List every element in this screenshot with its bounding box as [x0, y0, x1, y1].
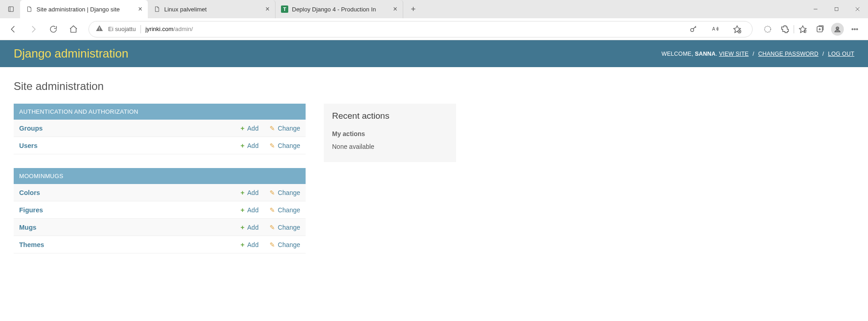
change-link[interactable]: ✎Change [270, 189, 300, 196]
model-row: Figures+Add✎Change [14, 201, 306, 219]
tab-close-icon[interactable]: × [265, 5, 270, 13]
view-site-link[interactable]: VIEW SITE [719, 51, 748, 57]
add-link[interactable]: +Add [240, 124, 259, 132]
add-link[interactable]: +Add [240, 223, 259, 231]
no-actions-text: None available [332, 143, 448, 150]
user-links: WELCOME, SANNA. VIEW SITE / CHANGE PASSW… [661, 51, 854, 57]
extensions-icon[interactable] [776, 21, 794, 38]
profile-avatar[interactable] [829, 21, 846, 38]
plus-icon: + [240, 142, 244, 149]
recent-actions-panel: Recent actions My actions None available [324, 104, 456, 162]
change-label: Change [278, 206, 300, 214]
tab-title: Linux palvelimet [164, 6, 262, 13]
plus-icon: + [240, 223, 244, 231]
add-label: Add [247, 142, 259, 149]
model-link[interactable]: Themes [19, 241, 44, 248]
change-link[interactable]: ✎Change [270, 206, 300, 214]
logout-link[interactable]: LOG OUT [828, 51, 854, 57]
nav-refresh[interactable] [45, 21, 62, 38]
model-row: Users+Add✎Change [14, 137, 306, 154]
collections-icon[interactable] [811, 21, 829, 38]
add-link[interactable]: +Add [240, 142, 259, 149]
window-maximize[interactable] [826, 0, 847, 18]
svg-point-23 [854, 28, 856, 30]
saved-passwords-icon[interactable] [685, 21, 702, 38]
pencil-icon: ✎ [270, 125, 275, 132]
favorites-icon[interactable] [728, 21, 746, 38]
nav-forward [25, 21, 42, 38]
my-actions-heading: My actions [332, 130, 448, 137]
add-label: Add [247, 241, 259, 248]
model-link[interactable]: Figures [19, 206, 43, 214]
new-tab-button[interactable]: + [406, 2, 421, 16]
change-link[interactable]: ✎Change [270, 241, 300, 248]
more-menu-icon[interactable] [846, 21, 863, 38]
url-text: jyrinki.com/admin/ [146, 26, 680, 32]
browser-tab[interactable]: Linux palvelimet× [148, 0, 275, 18]
address-bar[interactable]: Ei suojattu jyrinki.com/admin/ A [88, 21, 753, 37]
model-row: Groups+Add✎Change [14, 120, 306, 137]
svg-rect-6 [99, 27, 100, 30]
svg-point-22 [852, 28, 853, 30]
change-link[interactable]: ✎Change [270, 223, 300, 231]
tab-actions-btn[interactable] [2, 0, 20, 18]
favicon-icon: T [281, 5, 288, 13]
model-row: Themes+Add✎Change [14, 236, 306, 253]
svg-text:A: A [712, 26, 715, 32]
favorites-menu-icon[interactable] [794, 21, 811, 38]
change-label: Change [278, 224, 300, 231]
add-link[interactable]: +Add [240, 189, 259, 196]
change-label: Change [278, 241, 300, 248]
module-caption[interactable]: MOOMINMUGS [14, 168, 306, 184]
pencil-icon: ✎ [270, 241, 275, 248]
model-link[interactable]: Mugs [19, 224, 36, 231]
change-label: Change [278, 142, 300, 149]
favicon-icon [153, 5, 161, 13]
window-close[interactable] [847, 0, 868, 18]
toolbar: Ei suojattu jyrinki.com/admin/ A [0, 18, 868, 40]
read-aloud-icon[interactable]: A [707, 21, 724, 38]
separator [140, 25, 141, 33]
pencil-icon: ✎ [270, 224, 275, 231]
change-link[interactable]: ✎Change [270, 124, 300, 132]
tab-close-icon[interactable]: × [138, 5, 142, 13]
add-label: Add [247, 206, 259, 214]
svg-point-14 [764, 26, 770, 32]
tab-close-icon[interactable]: × [393, 5, 397, 13]
change-label: Change [278, 125, 300, 132]
tab-title: Site administration | Django site [36, 6, 135, 13]
security-warning-icon [95, 24, 104, 34]
browser-chrome: Site administration | Django site×Linux … [0, 0, 868, 40]
window-minimize[interactable] [805, 0, 826, 18]
tab-bar: Site administration | Django site×Linux … [0, 0, 868, 18]
module-caption[interactable]: AUTHENTICATION AND AUTHORIZATION [14, 104, 306, 120]
change-link[interactable]: ✎Change [270, 142, 300, 149]
brand-link[interactable]: Django administration [14, 47, 128, 61]
svg-rect-7 [99, 30, 100, 31]
add-link[interactable]: +Add [240, 206, 259, 214]
admin-module: MOOMINMUGSColors+Add✎ChangeFigures+Add✎C… [14, 168, 306, 253]
plus-icon: + [240, 241, 244, 248]
recent-actions-title: Recent actions [332, 111, 448, 121]
model-link[interactable]: Users [19, 142, 37, 149]
nav-back[interactable] [5, 21, 22, 38]
nav-home[interactable] [65, 21, 82, 38]
module-list: AUTHENTICATION AND AUTHORIZATIONGroups+A… [14, 104, 306, 267]
svg-point-21 [836, 26, 839, 29]
change-password-link[interactable]: CHANGE PASSWORD [758, 51, 818, 57]
svg-point-8 [691, 28, 694, 32]
browser-tab[interactable]: Site administration | Django site× [20, 0, 148, 18]
window-controls [805, 0, 868, 18]
add-link[interactable]: +Add [240, 241, 259, 248]
browser-tab[interactable]: TDeploy Django 4 - Production In× [275, 0, 403, 18]
content: Site administration AUTHENTICATION AND A… [0, 67, 868, 285]
plus-icon: + [240, 124, 244, 132]
model-link[interactable]: Colors [19, 189, 40, 196]
toolbar-app-icon[interactable] [759, 21, 776, 38]
add-label: Add [247, 125, 259, 132]
plus-icon: + [240, 189, 244, 196]
plus-icon: + [240, 206, 244, 214]
username: SANNA [695, 51, 716, 57]
model-link[interactable]: Groups [19, 125, 43, 132]
admin-module: AUTHENTICATION AND AUTHORIZATIONGroups+A… [14, 104, 306, 154]
